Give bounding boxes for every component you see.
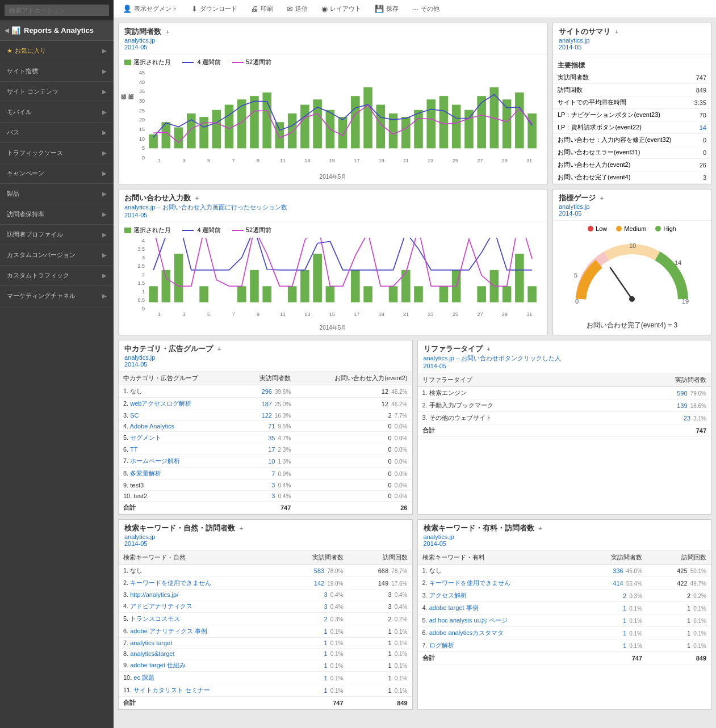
sidebar-item-marketing-channel[interactable]: マーケティングチャネル▶ — [0, 286, 114, 306]
sidebar-item-visitor-profile[interactable]: 訪問者プロファイル▶ — [0, 225, 114, 245]
keyword-natural-plus[interactable]: + — [240, 525, 243, 532]
visitors-month-label: 2014年5月 — [119, 172, 547, 182]
keyword-paid-link[interactable]: analytics.jp — [424, 533, 706, 540]
legend-4weeks-label: ４週間前 — [196, 58, 221, 66]
site-summary-title: サイトのサマリ + — [559, 27, 618, 36]
sidebar-item-mobile[interactable]: モバイル▶ — [0, 102, 114, 123]
mid-category-link[interactable]: analytics.jp — [124, 354, 407, 361]
sidebar-item-site-content[interactable]: サイト コンテンツ▶ — [0, 82, 114, 102]
mid-category-plus[interactable]: + — [217, 346, 221, 352]
gauge-link[interactable]: analytics.jp — [559, 203, 705, 210]
sidebar-item-label: トラフィックソース — [7, 149, 63, 157]
referrer-link[interactable]: analytics.jp – お問い合わせボタンクリックした人 — [424, 354, 706, 363]
chart-y-axis: 454035302520151050 — [119, 70, 147, 161]
site-summary-link[interactable]: analytics.jp — [559, 37, 705, 44]
sidebar-item-visitor-retention[interactable]: 訪問者保持率▶ — [0, 204, 114, 225]
sidebar-item-campaign[interactable]: キャンペーン▶ — [0, 163, 114, 184]
sidebar-item-site-metrics[interactable]: サイト指標▶ — [0, 61, 114, 82]
summary-value: 0 — [688, 146, 711, 159]
svg-rect-48 — [363, 286, 372, 302]
visitors-chart-plus[interactable]: + — [166, 28, 169, 35]
gauge-plus[interactable]: + — [600, 195, 604, 201]
toolbar-save[interactable]: 💾保存 — [372, 3, 401, 14]
summary-section-title: 主要指標 — [553, 57, 711, 71]
chevron-right-icon: ▶ — [102, 170, 107, 176]
table-row: 1. なし336 45.0%425 50.1% — [418, 565, 711, 577]
back-button[interactable]: ◀ — [5, 27, 9, 33]
gauge-low-label: Low — [596, 225, 607, 232]
inquiry-legend: 選択された月 ４週間前 52週間前 — [119, 222, 547, 238]
inquiry-chart-plus[interactable]: + — [195, 195, 199, 201]
summary-label: お問い合わせエラー(event31) — [553, 146, 688, 159]
svg-rect-31 — [149, 286, 158, 302]
table-row: 6. adobe アナリティクス 事例1 0.1%1 0.1% — [119, 625, 412, 638]
x-label: 23 — [418, 312, 443, 317]
svg-text:10: 10 — [629, 242, 636, 249]
toolbar-more[interactable]: ···その他 — [410, 3, 442, 14]
table-row: 7. ログ解析1 0.1%1 0.1% — [418, 639, 711, 652]
x-label: 29 — [492, 312, 517, 317]
keyword-paid-plus[interactable]: + — [538, 525, 542, 532]
inquiry-chart-header: お問い合わせ入力数 + analytics.jp – お問い合わせ入力画面に行っ… — [119, 190, 547, 222]
sidebar-item-custom-conversion[interactable]: カスタムコンバージョン▶ — [0, 245, 114, 266]
svg-rect-8 — [250, 96, 259, 148]
x-label: 3 — [171, 312, 196, 317]
table-row: 6. TT17 2.3%0 0.0% — [119, 444, 412, 455]
svg-rect-54 — [439, 286, 449, 302]
search-input[interactable] — [5, 5, 109, 16]
toolbar-segment[interactable]: 👤表示セグメント — [120, 3, 180, 14]
chevron-right-icon: ▶ — [102, 293, 107, 299]
toolbar-print-label: 印刷 — [261, 5, 273, 13]
summary-label: 訪問回数 — [553, 84, 688, 96]
site-summary-plus[interactable]: + — [615, 28, 618, 35]
table-row: 6. adobe analyticsカスタマタ1 0.1%1 0.1% — [418, 627, 711, 639]
inquiry-chart-link[interactable]: analytics.jp – お問い合わせ入力画面に行ったセッション数 — [124, 203, 542, 212]
x-label: 13 — [295, 312, 320, 317]
chevron-right-icon: ▶ — [102, 129, 107, 136]
inquiry-month-label: 2014年5月 — [119, 323, 547, 333]
sidebar-item-label: モバイル — [7, 108, 32, 116]
sidebar-item-products[interactable]: 製品▶ — [0, 184, 114, 204]
reports-icon: 📊 — [11, 26, 20, 35]
mid-category-card: 中カテゴリ・広告グループ + analytics.jp 2014-05 中カテゴ… — [118, 340, 413, 515]
toolbar-send[interactable]: ✉送信 — [284, 3, 310, 14]
chevron-right-icon: ▶ — [102, 191, 107, 197]
toolbar-print[interactable]: 🖨印刷 — [249, 3, 275, 14]
toolbar-layout[interactable]: ◉レイアウト — [319, 3, 363, 14]
referrer-plus[interactable]: + — [487, 346, 490, 352]
summary-value: 3 — [688, 171, 711, 184]
chevron-right-icon: ▶ — [102, 89, 107, 95]
keyword-natural-link[interactable]: analytics.jp — [124, 533, 407, 540]
sidebar-item-path[interactable]: パス▶ — [0, 123, 114, 143]
chevron-right-icon: ▶ — [102, 252, 107, 258]
svg-text:14: 14 — [675, 259, 681, 266]
x-label: 17 — [345, 158, 369, 163]
star-icon: ★ — [7, 47, 12, 54]
gauge-title: 指標ゲージ + — [559, 193, 604, 202]
sidebar-item-label: サイト コンテンツ — [7, 87, 58, 96]
svg-rect-25 — [464, 110, 474, 149]
svg-rect-11 — [288, 113, 297, 149]
summary-row: LP：ナビゲーションボタン(event23)70 — [553, 109, 711, 121]
svg-rect-40 — [262, 286, 271, 302]
sidebar-item-label: カスタムコンバージョン — [7, 251, 76, 259]
svg-rect-17 — [363, 87, 372, 149]
inquiry-x-labels: 135791113151719212325272931 — [147, 312, 542, 317]
gauge-legend: Low Medium High — [588, 225, 676, 232]
sidebar-item-traffic-source[interactable]: トラフィックソース▶ — [0, 143, 114, 163]
keyword-paid-table: 検索キーワード・有料 実訪問者数 訪問回数 1. なし336 45.0%425 … — [418, 551, 711, 664]
sidebar-item-custom-traffic[interactable]: カスタムトラフィック▶ — [0, 266, 114, 286]
svg-line-67 — [610, 268, 632, 299]
svg-rect-61 — [527, 286, 537, 302]
svg-rect-29 — [515, 92, 524, 148]
sidebar-item-favorites[interactable]: ★お気に入り▶ — [0, 41, 114, 61]
svg-rect-43 — [300, 270, 309, 302]
svg-rect-5 — [212, 110, 221, 149]
download-icon: ⬇ — [191, 5, 198, 13]
table-row: 10. test23 0.4%0 0.0% — [119, 491, 412, 502]
inquiry-chart-svg — [147, 238, 542, 312]
visitors-chart-link[interactable]: analytics.jp — [124, 37, 542, 44]
svg-rect-42 — [288, 286, 297, 302]
table-row: 7. analytics target1 0.1%1 0.1% — [119, 638, 412, 649]
toolbar-download[interactable]: ⬇ダウンロード — [189, 3, 240, 14]
